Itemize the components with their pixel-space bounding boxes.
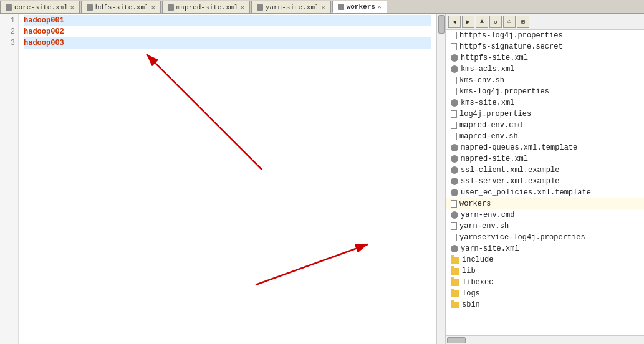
tree-item-kms-log4j[interactable]: kms-log4j.properties	[446, 86, 644, 97]
scrollbar-thumb	[438, 15, 445, 34]
file-name-mapred-site: mapred-site.xml	[461, 153, 528, 165]
file-name-mapred-queues: mapred-queues.xml.template	[461, 142, 577, 153]
line-numbers: 1 2 3	[0, 14, 19, 344]
tab-label-mapred-site: mapred-site.xml	[176, 4, 238, 11]
file-tree-toolbar: ◀ ▶ ▲ ↺ ⌂ ⊞	[446, 14, 644, 30]
tab-mapred-site[interactable]: mapred-site.xml ✕	[162, 1, 250, 13]
folder-name-sbin: sbin	[462, 299, 480, 310]
file-name-httpfs-site: httpfs-site.xml	[461, 52, 528, 64]
tree-item-log4j[interactable]: log4j.properties	[446, 108, 644, 120]
file-tree-content[interactable]: httpfs-log4j.properties httpfs-signature…	[446, 30, 644, 335]
editor-scrollbar[interactable]	[436, 14, 445, 344]
line-2-text: hadoop002	[24, 26, 64, 37]
file-name-log4j: log4j.properties	[459, 108, 531, 120]
tab-core-site[interactable]: core-site.xml ✕	[0, 1, 80, 13]
tree-item-mapred-env-sh[interactable]: mapred-env.sh	[446, 131, 644, 142]
file-name-httpfs-log4j: httpfs-log4j.properties	[459, 30, 563, 41]
file-name-user-ec: user_ec_policies.xml.template	[461, 187, 591, 198]
svg-line-2	[256, 244, 368, 285]
file-icon-kms-log4j	[451, 88, 457, 95]
file-icon-yarn-site	[451, 245, 458, 252]
tree-item-yarnservice-log4j[interactable]: yarnservice-log4j.properties	[446, 232, 644, 243]
toolbar-refresh-btn[interactable]: ↺	[489, 16, 502, 28]
file-name-yarn-env-sh: yarn-env.sh	[459, 221, 509, 232]
folder-icon-sbin	[451, 302, 459, 308]
editor-line-3: hadoop003	[24, 37, 431, 49]
tree-item-mapred-env-cmd[interactable]: mapred-env.cmd	[446, 120, 644, 131]
folder-icon-libexec	[451, 279, 459, 286]
editor-content[interactable]: hadoop001 hadoop002 hadoop003	[19, 14, 436, 344]
file-icon-yarn-env-sh	[451, 222, 457, 230]
file-name-kms-site: kms-site.xml	[461, 97, 514, 108]
tab-icon-mapred-site	[168, 4, 174, 11]
line-1-text: hadoop001	[24, 15, 64, 26]
tab-close-mapred-site[interactable]: ✕	[241, 4, 244, 11]
tree-item-folder-include[interactable]: include	[446, 254, 644, 265]
tab-icon-workers	[338, 4, 344, 10]
file-name-kms-acls: kms-acls.xml	[461, 64, 514, 75]
svg-line-1	[147, 54, 262, 170]
tab-icon-core-site	[6, 4, 12, 11]
file-icon-ssl-client	[451, 166, 458, 174]
file-name-yarnservice-log4j: yarnservice-log4j.properties	[459, 232, 585, 243]
toolbar-grid-btn[interactable]: ⊞	[517, 16, 529, 28]
tree-item-httpfs-signature[interactable]: httpfs-signature.secret	[446, 41, 644, 52]
file-tree-panel: ◀ ▶ ▲ ↺ ⌂ ⊞ httpfs-log4j.properties http…	[446, 14, 644, 344]
tree-item-ssl-server[interactable]: ssl-server.xml.example	[446, 176, 644, 187]
tree-item-folder-sbin[interactable]: sbin	[446, 299, 644, 310]
file-icon-mapred-env-cmd	[451, 122, 457, 129]
tab-close-workers[interactable]: ✕	[378, 3, 382, 11]
tree-item-user-ec[interactable]: user_ec_policies.xml.template	[446, 187, 644, 198]
tree-item-kms-acls[interactable]: kms-acls.xml	[446, 64, 644, 75]
tab-close-core-site[interactable]: ✕	[70, 4, 74, 11]
tree-item-kms-env-sh[interactable]: kms-env.sh	[446, 75, 644, 86]
file-name-yarn-env-cmd: yarn-env.cmd	[461, 209, 514, 221]
tree-item-folder-logs[interactable]: logs	[446, 288, 644, 299]
tab-label-hdfs-site: hdfs-site.xml	[95, 4, 149, 11]
file-icon-workers	[451, 200, 457, 208]
file-icon-kms-env-sh	[451, 77, 457, 84]
file-icon-log4j	[451, 110, 457, 118]
tree-item-yarn-env-cmd[interactable]: yarn-env.cmd	[446, 209, 644, 221]
tree-item-folder-lib[interactable]: lib	[446, 265, 644, 277]
tree-item-httpfs-site[interactable]: httpfs-site.xml	[446, 52, 644, 64]
toolbar-home-btn[interactable]: ⌂	[503, 16, 516, 28]
toolbar-up-btn[interactable]: ▲	[476, 16, 488, 28]
file-icon-kms-site	[451, 99, 458, 107]
tree-item-kms-site[interactable]: kms-site.xml	[446, 97, 644, 108]
tree-item-yarn-env-sh[interactable]: yarn-env.sh	[446, 221, 644, 232]
toolbar-back-btn[interactable]: ◀	[448, 16, 461, 28]
tree-item-yarn-site[interactable]: yarn-site.xml	[446, 243, 644, 254]
tree-item-workers[interactable]: workers	[446, 198, 644, 209]
tab-hdfs-site[interactable]: hdfs-site.xml ✕	[81, 1, 161, 13]
file-name-ssl-server: ssl-server.xml.example	[461, 176, 559, 187]
folder-name-logs: logs	[462, 288, 480, 299]
tab-yarn-site[interactable]: yarn-site.xml ✕	[251, 1, 331, 13]
scrollbar-x-thumb	[447, 337, 466, 343]
tree-item-mapred-site[interactable]: mapred-site.xml	[446, 153, 644, 165]
file-name-mapred-env-sh: mapred-env.sh	[459, 131, 518, 142]
tab-close-hdfs-site[interactable]: ✕	[151, 4, 155, 11]
file-icon-httpfs-log4j	[451, 32, 457, 39]
folder-name-lib: lib	[462, 265, 476, 277]
file-name-workers: workers	[459, 198, 491, 209]
folder-name-libexec: libexec	[462, 277, 493, 288]
file-icon-mapred-site	[451, 155, 458, 163]
tree-item-mapred-queues[interactable]: mapred-queues.xml.template	[446, 142, 644, 153]
folder-icon-lib	[451, 268, 459, 275]
tab-icon-yarn-site	[257, 4, 263, 11]
editor-body: 1 2 3 hadoop001 hadoop002 hadoop003	[0, 14, 445, 344]
tree-item-folder-libexec[interactable]: libexec	[446, 277, 644, 288]
tree-item-httpfs-log4j[interactable]: httpfs-log4j.properties	[446, 30, 644, 41]
line-3-text: hadoop003	[24, 37, 64, 49]
file-icon-mapred-env-sh	[451, 133, 457, 140]
tab-bar: core-site.xml ✕ hdfs-site.xml ✕ mapred-s…	[0, 0, 644, 14]
toolbar-forward-btn[interactable]: ▶	[462, 16, 474, 28]
file-tree-scrollbar-x[interactable]	[446, 335, 644, 344]
tab-close-yarn-site[interactable]: ✕	[322, 4, 325, 11]
tab-label-yarn-site: yarn-site.xml	[266, 4, 319, 11]
tab-workers[interactable]: workers ✕	[332, 1, 387, 13]
tree-item-ssl-client[interactable]: ssl-client.xml.example	[446, 165, 644, 176]
editor-panel: 1 2 3 hadoop001 hadoop002 hadoop003	[0, 14, 446, 344]
file-name-kms-env-sh: kms-env.sh	[459, 75, 504, 86]
